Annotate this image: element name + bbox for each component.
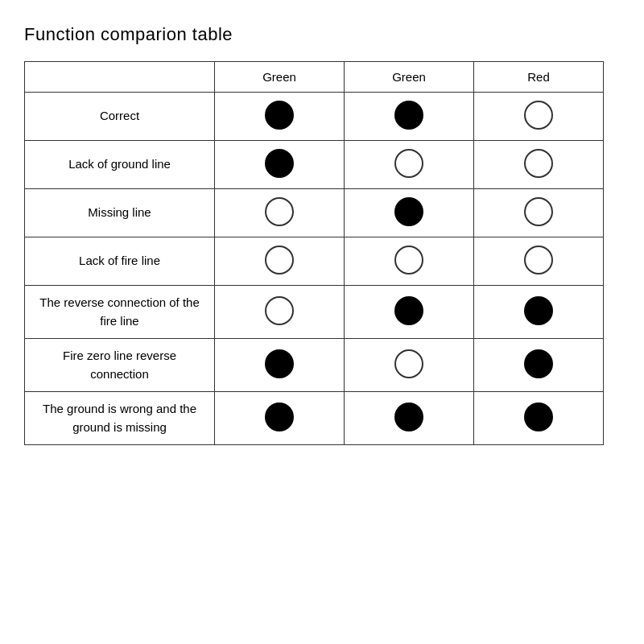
dot-cell-5-2 <box>474 339 604 392</box>
filled-circle <box>265 402 294 431</box>
dot-cell-0-2 <box>474 93 604 141</box>
filled-circle <box>524 349 553 378</box>
dot-cell-1-2 <box>474 141 604 189</box>
dot-cell-5-0 <box>215 339 345 392</box>
dot-cell-4-0 <box>215 286 345 339</box>
dot-cell-5-1 <box>345 339 474 392</box>
row-label: Lack of fire line <box>25 237 215 286</box>
empty-circle <box>265 197 294 226</box>
filled-circle <box>394 402 423 431</box>
dot-cell-0-1 <box>345 93 474 141</box>
row-label: Correct <box>25 93 215 141</box>
row-label: Missing line <box>25 189 215 237</box>
filled-circle <box>265 149 294 178</box>
table-header-row: Green Green Red <box>25 62 604 93</box>
dot-cell-6-2 <box>474 392 604 445</box>
empty-circle <box>265 246 294 275</box>
dot-cell-1-0 <box>215 141 345 189</box>
dot-cell-3-1 <box>345 237 474 286</box>
dot-cell-0-0 <box>215 93 345 141</box>
table-row: The ground is wrong and the ground is mi… <box>25 392 604 445</box>
filled-circle <box>265 349 294 378</box>
page-title: Function comparion table <box>24 24 620 45</box>
dot-cell-3-2 <box>474 237 604 286</box>
filled-circle <box>394 197 423 226</box>
table-row: The reverse connection of the fire line <box>25 286 604 339</box>
filled-circle <box>394 296 423 325</box>
empty-circle <box>524 101 553 130</box>
empty-circle <box>394 349 423 378</box>
header-green-2: Green <box>345 62 474 93</box>
dot-cell-2-1 <box>345 189 474 237</box>
dot-cell-4-2 <box>474 286 604 339</box>
filled-circle <box>524 402 553 431</box>
dot-cell-4-1 <box>345 286 474 339</box>
row-label: Fire zero line reverse connection <box>25 339 215 392</box>
dot-cell-2-0 <box>215 189 345 237</box>
table-row: Lack of ground line <box>25 141 604 189</box>
dot-cell-6-0 <box>215 392 345 445</box>
empty-circle <box>265 296 294 325</box>
header-label <box>25 62 215 93</box>
empty-circle <box>394 149 423 178</box>
dot-cell-2-2 <box>474 189 604 237</box>
row-label: The ground is wrong and the ground is mi… <box>25 392 215 445</box>
row-label: Lack of ground line <box>25 141 215 189</box>
dot-cell-6-1 <box>345 392 474 445</box>
table-row: Lack of fire line <box>25 237 604 286</box>
empty-circle <box>524 197 553 226</box>
filled-circle <box>265 101 294 130</box>
table-row: Missing line <box>25 189 604 237</box>
header-red: Red <box>474 62 604 93</box>
dot-cell-3-0 <box>215 237 345 286</box>
table-row: Fire zero line reverse connection <box>25 339 604 392</box>
row-label: The reverse connection of the fire line <box>25 286 215 339</box>
table-row: Correct <box>25 93 604 141</box>
dot-cell-1-1 <box>345 141 474 189</box>
empty-circle <box>524 246 553 275</box>
header-green-1: Green <box>215 62 345 93</box>
filled-circle <box>524 296 553 325</box>
empty-circle <box>524 149 553 178</box>
comparison-table: Green Green Red CorrectLack of ground li… <box>24 61 604 445</box>
empty-circle <box>394 246 423 275</box>
filled-circle <box>394 101 423 130</box>
